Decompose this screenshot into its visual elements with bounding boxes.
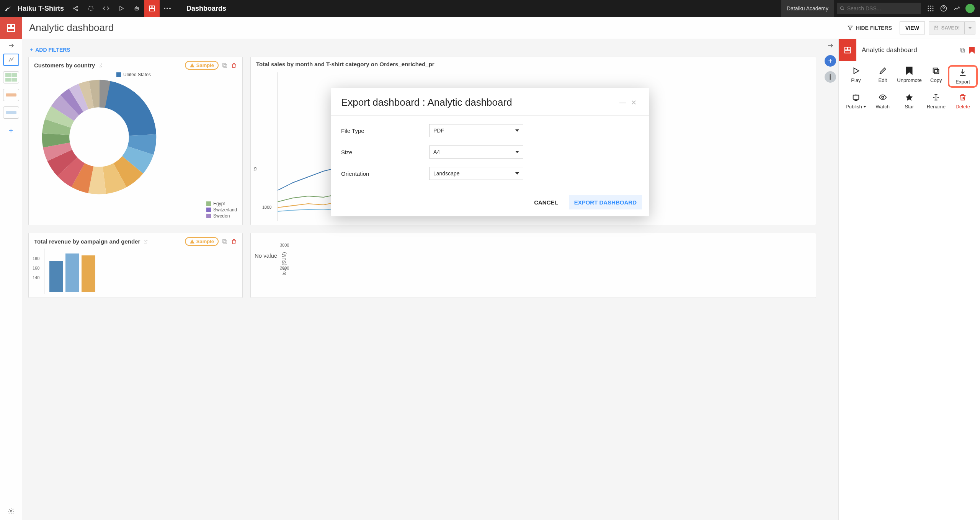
chevron-down-icon [515,151,519,153]
chevron-down-icon [515,129,519,132]
file-type-label: File Type [341,128,429,134]
chevron-down-icon [515,172,519,175]
modal-title: Export dashboard : Analytic dashboard [341,96,617,108]
cancel-button[interactable]: CANCEL [530,196,562,209]
close-icon[interactable]: ✕ [629,98,639,107]
orientation-select[interactable]: Landscape [429,167,523,180]
orientation-label: Orientation [341,170,429,177]
size-label: Size [341,149,429,155]
size-value: A4 [433,149,440,155]
orientation-value: Landscape [433,170,460,177]
modal-backdrop: Export dashboard : Analytic dashboard — … [0,0,980,520]
export-dashboard-button[interactable]: EXPORT DASHBOARD [569,195,642,209]
export-dashboard-modal: Export dashboard : Analytic dashboard — … [331,88,649,216]
minimize-icon[interactable]: — [617,98,629,106]
file-type-select[interactable]: PDF [429,124,523,137]
size-select[interactable]: A4 [429,146,523,159]
file-type-value: PDF [433,128,444,134]
